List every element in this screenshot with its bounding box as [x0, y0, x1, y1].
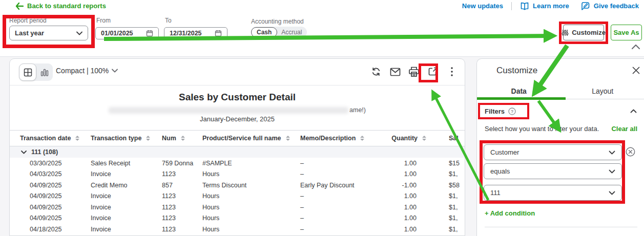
add-condition-link[interactable]: + Add condition — [485, 209, 535, 217]
print-icon[interactable] — [407, 65, 421, 78]
column-header-transaction-type[interactable]: Transaction type — [91, 135, 162, 142]
cell-num: 1123 — [162, 226, 202, 233]
sort-icon[interactable] — [360, 136, 364, 141]
top-right-links: New updates Learn more Give feedback — [459, 2, 642, 10]
table-row[interactable]: 04/09/2025Credit Memo857Terms DiscountEa… — [10, 180, 465, 191]
back-arrow-icon — [15, 3, 24, 10]
accounting-method-toggle: Cash Accrual — [251, 27, 307, 38]
company-name-tail: ame!) — [349, 106, 366, 114]
cell-memo: – — [300, 214, 382, 222]
chevron-down-icon — [609, 191, 615, 195]
back-to-standard-reports-link[interactable]: Back to standard reports — [15, 2, 106, 10]
chevron-down-icon — [112, 69, 118, 73]
cell-num: 1123 — [162, 214, 202, 222]
view-toggle — [19, 63, 53, 81]
table-row[interactable]: 04/03/2025Invoice1123Hours–1.00$1, — [10, 169, 465, 180]
group-row[interactable]: 111 (108) — [10, 146, 465, 158]
sort-icon[interactable] — [286, 136, 290, 141]
column-header-sal[interactable]: Sal — [426, 135, 465, 142]
learn-more-link[interactable]: Learn more — [517, 2, 572, 10]
group-row-label: 111 (108) — [31, 148, 58, 156]
column-header-memo-description[interactable]: Memo/Description — [300, 135, 382, 142]
table-row[interactable]: 04/18/2025Invoice1123Hours–1.00$1, — [10, 224, 465, 235]
export-icon[interactable] — [426, 65, 440, 78]
cell-amount: $15 — [417, 160, 465, 167]
chevron-down-icon[interactable] — [21, 151, 27, 154]
chevron-down-icon — [609, 151, 615, 155]
tab-data[interactable]: Data — [477, 83, 561, 99]
customize-button[interactable]: Customize — [563, 25, 604, 40]
new-updates-link[interactable]: New updates — [459, 2, 506, 10]
table-body: 03/30/2025Sales Receipt759 Donna#SAMPLE–… — [10, 158, 465, 235]
cell-date: 04/18/2025 — [30, 226, 91, 233]
cell-qty: 1.00 — [382, 170, 417, 178]
cash-option[interactable]: Cash — [251, 27, 277, 37]
accounting-method-label: Accounting method — [251, 18, 304, 25]
new-updates-label: New updates — [462, 2, 503, 10]
cell-num: 1123 — [162, 192, 202, 200]
column-header-label: Memo/Description — [300, 135, 356, 142]
learn-more-label: Learn more — [533, 2, 569, 10]
more-options-icon[interactable] — [445, 65, 459, 78]
chevron-up-icon[interactable] — [630, 109, 637, 113]
refresh-icon[interactable] — [369, 65, 383, 78]
accrual-option[interactable]: Accrual — [277, 28, 307, 37]
table-row[interactable]: 04/09/2025Invoice1123Hours–1.00$1, — [10, 191, 465, 202]
cell-date: 04/09/2025 — [30, 214, 91, 222]
table-row[interactable]: 04/09/2025Invoice1123Hours–1.00$1, — [10, 202, 465, 213]
customize-button-label: Customize — [572, 29, 606, 36]
close-icon[interactable] — [632, 67, 640, 74]
density-zoom-dropdown[interactable]: Compact | 100% — [56, 67, 118, 75]
filter-field-value: Customer — [490, 148, 609, 156]
report-action-icons — [369, 65, 459, 78]
report-period-value: Last year — [15, 29, 76, 37]
filter-value-dropdown[interactable]: 111 — [484, 185, 622, 201]
cell-product: Hours — [202, 170, 300, 178]
column-header-num[interactable]: Num — [162, 135, 202, 142]
save-as-button[interactable]: Save As — [611, 25, 642, 40]
filter-field-dropdown[interactable]: Customer — [484, 144, 622, 160]
cell-product: Hours — [202, 226, 300, 233]
column-header-quantity[interactable]: Quantity — [382, 135, 426, 142]
cell-memo: – — [300, 192, 382, 200]
give-feedback-link[interactable]: Give feedback — [577, 2, 642, 10]
company-name-line: ame!) — [10, 106, 465, 114]
filter-operator-dropdown[interactable]: equals — [484, 163, 622, 179]
cell-amount: $58 — [417, 182, 465, 189]
table-row[interactable]: 04/09/2025Invoice1123Hours–1.00$1, — [10, 213, 465, 224]
column-header-product-service-full-name[interactable]: Product/Service full name — [202, 135, 300, 142]
report-period-dropdown[interactable]: Last year — [9, 26, 88, 40]
filters-label: Filters — [485, 108, 505, 115]
column-header-label: Quantity — [391, 135, 418, 142]
tab-layout[interactable]: Layout — [561, 83, 644, 99]
chart-view-button[interactable] — [36, 63, 53, 81]
to-date-input[interactable]: 12/31/2025 — [164, 27, 227, 39]
table-view-button[interactable] — [19, 63, 36, 81]
links-divider — [511, 2, 512, 10]
remove-condition-icon[interactable] — [626, 147, 635, 157]
sort-icon[interactable] — [146, 136, 150, 141]
cell-qty: 1.00 — [382, 226, 417, 233]
cell-type: Invoice — [91, 214, 162, 222]
density-zoom-value: Compact | 100% — [56, 67, 109, 75]
cell-amount: $1, — [417, 170, 465, 178]
help-icon[interactable]: ? — [508, 108, 516, 115]
collapse-header-chevron[interactable] — [631, 44, 640, 50]
filters-section-header: Filters ? — [485, 105, 637, 117]
active-tab-underline — [477, 97, 566, 100]
sort-icon[interactable] — [75, 136, 79, 141]
column-header-transaction-date[interactable]: Transaction date — [20, 135, 91, 142]
panel-title: Customize — [496, 66, 537, 76]
sort-icon[interactable] — [181, 136, 185, 141]
sort-icon[interactable] — [422, 136, 426, 141]
from-label: From — [96, 17, 111, 24]
cell-memo: – — [300, 160, 382, 167]
report-title: Sales by Customer Detail — [10, 92, 465, 103]
cell-date: 04/09/2025 — [30, 182, 91, 189]
column-header-label: Transaction date — [20, 135, 71, 142]
table-row[interactable]: 03/30/2025Sales Receipt759 Donna#SAMPLE–… — [10, 158, 465, 169]
cell-date: 03/30/2025 — [30, 160, 91, 167]
email-icon[interactable] — [388, 65, 402, 78]
clear-all-link[interactable]: Clear all — [611, 125, 637, 133]
from-date-input[interactable]: 01/01/2025 — [95, 27, 159, 39]
